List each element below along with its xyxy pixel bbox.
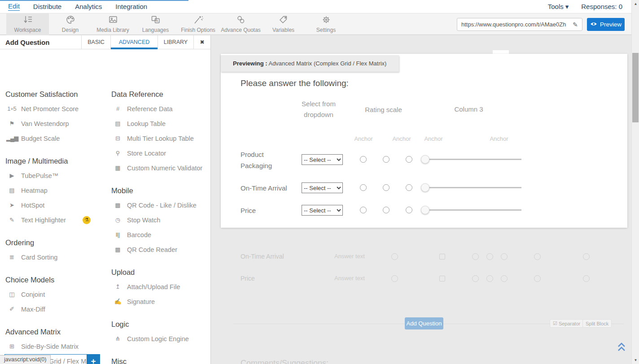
faded-row-price: Price Answer text — [211, 269, 631, 287]
slider-handle[interactable] — [421, 183, 429, 192]
item-heatmap[interactable]: ▤ Heatmap — [4, 183, 107, 198]
rating-radio[interactable] — [383, 156, 390, 163]
row-select-dropdown[interactable]: -- Select -- — [302, 182, 343, 193]
scrollbar-up-arrow[interactable]: ▲ — [632, 0, 639, 8]
item-store-locator[interactable]: ⚲ Store Locator — [110, 146, 210, 160]
item-signature[interactable]: ✍ Signature — [110, 294, 210, 309]
scrollbar-thumb[interactable] — [632, 53, 639, 122]
item-net-promoter-score[interactable]: 1∘5 Net Promoter Score — [4, 101, 107, 116]
rating-radio[interactable] — [406, 184, 412, 191]
lookup-table-icon: ▤ — [112, 120, 123, 127]
item-lookup-table[interactable]: ▤ Lookup Table — [110, 116, 210, 131]
anchor-label: Anchor — [350, 135, 377, 142]
close-icon[interactable]: ✖ — [193, 35, 210, 49]
scrollbar-down-arrow[interactable]: ▼ — [632, 356, 639, 364]
rating-radio[interactable] — [360, 207, 367, 213]
item-card-sorting[interactable]: ≣ Card Sorting — [4, 250, 107, 264]
add-question-panel: Add Question BASIC ADVANCED LIBRARY ✖ Cu… — [0, 35, 211, 364]
design-button[interactable]: Design — [49, 13, 92, 35]
item-conjoint[interactable]: ◫ Conjoint — [4, 287, 107, 302]
item-max-diff[interactable]: ✐ Max-Diff — [4, 302, 107, 316]
panel-header: Add Question BASIC ADVANCED LIBRARY ✖ — [0, 35, 210, 49]
column-header-select-from-dropdown: Select from dropdown — [292, 99, 346, 120]
item-van-westendorp[interactable]: ⚑ Van Westendorp — [4, 116, 107, 131]
preview-button[interactable]: Preview — [587, 18, 625, 31]
item-qr-code-like-dislike[interactable]: ▩ QR Code - Like / Dislike — [110, 198, 210, 212]
slider-track[interactable] — [427, 209, 521, 211]
top-nav: Edit Distribute Analytics Integration To… — [0, 0, 631, 13]
tab-basic[interactable]: BASIC — [81, 35, 110, 49]
item-hotspot[interactable]: ➤ HotSpot — [4, 198, 107, 212]
item-qr-code-reader[interactable]: ▩ QR Code Reader — [110, 242, 210, 257]
question-preview-card: Previewing : Advanced Matrix (Complex Gr… — [221, 54, 627, 228]
hotspot-icon: ➤ — [6, 202, 17, 208]
languages-button[interactable]: A Languages — [134, 13, 177, 35]
finish-options-button[interactable]: Finish Options — [177, 13, 219, 35]
section-heading-customer-satisfaction: Customer Satisfaction — [5, 90, 107, 99]
reference-data-icon: # — [112, 105, 123, 112]
rating-radio[interactable] — [360, 156, 367, 163]
advance-quotas-button[interactable]: Advance Quotas — [219, 13, 262, 35]
responses-counter[interactable]: Responses: 0 — [581, 3, 622, 10]
add-question-button[interactable]: Add Question — [405, 317, 443, 329]
split-block-button[interactable]: Split Block — [582, 319, 612, 328]
item-reference-data[interactable]: # Reference Data — [110, 101, 210, 116]
panel-column-2: Data Reference # Reference Data ▤ Lookup… — [110, 85, 210, 364]
faded-checkbox — [439, 254, 445, 260]
rating-radio[interactable] — [360, 184, 367, 191]
scrolled-element-stub — [493, 50, 509, 54]
item-side-by-side-matrix[interactable]: ⊞ Side-By-Side Matrix — [4, 339, 107, 354]
item-text-highlighter[interactable]: ✎ Text Highlighter ⚗ — [4, 212, 107, 227]
nav-item-integration[interactable]: Integration — [115, 3, 147, 10]
item-attach-upload-file[interactable]: ↥ Attach/Upload File — [110, 279, 210, 294]
budget-scale-icon: ▂▄▆ — [6, 135, 17, 142]
variables-button[interactable]: Variables — [262, 13, 305, 35]
status-bar-link-hint: javascript:void(0) — [0, 355, 51, 364]
slider-track[interactable] — [427, 187, 521, 188]
faded-radio — [391, 253, 398, 260]
row-label: On-Time Arrival — [241, 182, 291, 194]
tubepulse-icon: ▶ — [6, 172, 17, 179]
item-stop-watch[interactable]: ◷ Stop Watch — [110, 212, 210, 227]
tag-icon — [279, 15, 289, 26]
chevron-down-icon: ▾ — [565, 3, 569, 10]
edit-url-icon[interactable]: ✎ — [569, 21, 582, 28]
tools-dropdown[interactable]: Tools▾ — [548, 3, 569, 11]
page-scrollbar[interactable]: ▲ ▼ — [631, 0, 639, 364]
item-budget-scale[interactable]: ▂▄▆ Budget Scale — [4, 131, 107, 146]
item-custom-numeric-validator[interactable]: ▦ Custom Numeric Validator — [110, 160, 210, 175]
item-custom-logic-engine[interactable]: ⋔ Custom Logic Engine — [110, 331, 210, 346]
separator-button[interactable]: ☑ Separator — [550, 319, 583, 328]
section-heading-advanced-matrix: Advanced Matrix — [5, 327, 107, 336]
tab-library[interactable]: LIBRARY — [158, 35, 193, 49]
rating-radio[interactable] — [383, 207, 390, 213]
item-tubepulse[interactable]: ▶ TubePulse™ — [4, 168, 107, 183]
rating-radio[interactable] — [406, 207, 412, 213]
slider-handle[interactable] — [421, 206, 429, 214]
slider-track[interactable] — [427, 159, 521, 160]
survey-url-input[interactable] — [457, 21, 569, 28]
rating-radio[interactable] — [383, 184, 390, 191]
faded-answer-text: Answer text — [334, 247, 365, 265]
media-library-button[interactable]: Media Library — [92, 13, 134, 35]
rating-radio[interactable] — [406, 156, 412, 163]
item-barcode[interactable]: ‖|| Barcode — [110, 227, 210, 242]
faded-row-label: Price — [241, 269, 255, 287]
separator-check-icon: ☑ — [553, 321, 557, 326]
add-question-plus-button[interactable]: + — [87, 354, 100, 364]
tab-advanced[interactable]: ADVANCED — [110, 35, 158, 49]
nav-item-analytics[interactable]: Analytics — [75, 3, 102, 10]
nav-item-edit[interactable]: Edit — [8, 2, 20, 11]
slider-handle[interactable] — [421, 155, 429, 164]
panel-title: Add Question — [0, 35, 81, 49]
survey-url-box: ✎ — [457, 18, 582, 31]
scroll-to-top-chevrons-icon[interactable] — [617, 342, 626, 354]
row-select-dropdown[interactable]: -- Select -- — [302, 205, 343, 216]
row-select-dropdown[interactable]: -- Select -- — [302, 154, 343, 165]
settings-button[interactable]: Settings — [305, 13, 347, 35]
faded-radio — [583, 275, 590, 282]
nav-item-distribute[interactable]: Distribute — [33, 3, 61, 10]
item-multi-tier-lookup-table[interactable]: ⊟ Multi Tier Lookup Table — [110, 131, 210, 146]
previewing-question-type: Advanced Matrix (Complex Grid / Flex Mat… — [267, 60, 387, 67]
workspace-button[interactable]: Workspace — [6, 13, 49, 35]
